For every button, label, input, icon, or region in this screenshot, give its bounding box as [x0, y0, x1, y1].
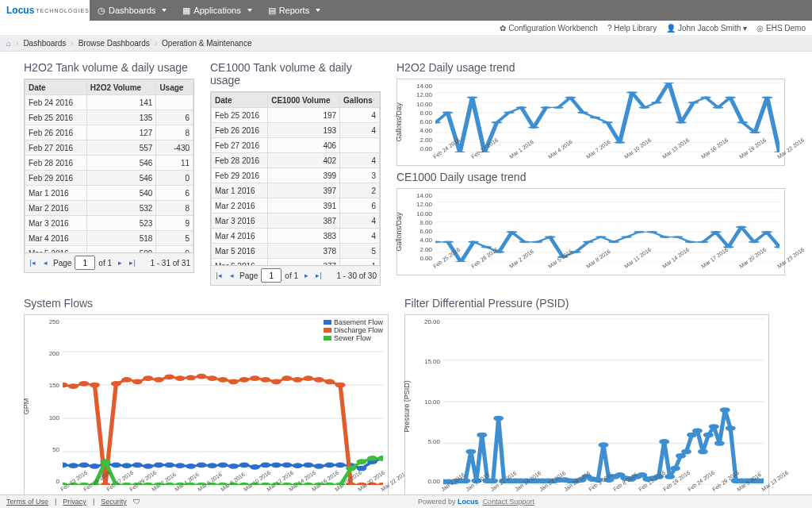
svg-point-111 [68, 383, 79, 389]
table-row[interactable]: Feb 26 20161934 [212, 123, 380, 138]
table-row[interactable]: Feb 24 2016141 [25, 95, 193, 110]
ce1000-trend-title: CE1000 Daily usage trend [396, 171, 785, 183]
table-row[interactable]: Feb 25 20161356 [25, 110, 193, 125]
svg-point-127 [239, 377, 249, 383]
svg-point-33 [737, 121, 749, 124]
table-row[interactable]: Mar 5 20165099 [25, 246, 193, 254]
svg-point-22 [602, 121, 613, 124]
svg-point-94 [218, 462, 228, 468]
table-row[interactable]: Mar 4 20165185 [25, 231, 193, 246]
svg-point-170 [367, 456, 377, 461]
brand-logo[interactable]: LocusTECHNOLOGIES [0, 0, 90, 21]
table-row[interactable]: Mar 1 20163972 [212, 183, 380, 198]
util-user[interactable]: 👤 John Jacob Smith ▾ [666, 24, 747, 33]
table-row[interactable]: Mar 4 20163834 [212, 229, 380, 244]
pager-next-icon[interactable]: ▸ [301, 271, 311, 280]
svg-point-81 [79, 462, 89, 468]
footer-contact[interactable]: Contact Support [483, 498, 534, 506]
crumb-oandm[interactable]: Operation & Maintenance [162, 39, 251, 48]
table-row[interactable]: Mar 2 20163916 [212, 198, 380, 214]
svg-point-53 [532, 241, 543, 243]
svg-point-14 [504, 111, 515, 114]
sysflows-legend: Basement Flow Discharge Flow Sewer Flow [324, 318, 383, 342]
svg-point-24 [626, 91, 638, 94]
nav-reports[interactable]: ▤ Reports [260, 0, 329, 21]
svg-point-16 [528, 126, 539, 129]
nav-dashboards[interactable]: ◷ Dashboards [90, 0, 174, 21]
svg-point-95 [228, 464, 239, 469]
svg-point-8 [435, 121, 441, 124]
table-row[interactable]: Mar 1 20165406 [25, 186, 193, 201]
footer-terms[interactable]: Terms of Use [6, 498, 48, 506]
crumb-browse[interactable]: Browse Dashboards [79, 39, 150, 48]
h2o2-table-title: H2O2 Tank volume & daily usage [24, 61, 194, 74]
pager-prev-icon[interactable]: ◂ [40, 258, 50, 267]
table-row[interactable]: Feb 29 20163993 [212, 168, 380, 183]
ce1000-table-widget: CE1000 Tank volume & daily usage DateCE1… [210, 58, 381, 286]
pager-last-icon[interactable]: ▸| [314, 271, 324, 280]
svg-point-20 [577, 111, 588, 114]
util-demo[interactable]: ◎ EHS Demo [756, 24, 806, 33]
svg-point-47 [455, 261, 466, 262]
table-row[interactable]: Feb 26 20161278 [25, 125, 193, 140]
svg-point-104 [324, 462, 335, 468]
table-row[interactable]: Feb 29 20165460 [25, 171, 193, 186]
footer-privacy[interactable]: Privacy [63, 498, 86, 506]
footer-security[interactable]: Security [101, 498, 127, 506]
table-row[interactable]: Mar 2 20165328 [25, 201, 193, 216]
svg-point-121 [175, 375, 186, 381]
table-row[interactable]: Mar 3 20165239 [25, 216, 193, 231]
table-row[interactable]: Feb 27 2016557-430 [25, 140, 193, 156]
svg-point-31 [713, 106, 724, 109]
svg-point-224 [698, 449, 708, 455]
table-row[interactable]: Mar 5 20163785 [212, 244, 380, 259]
table-row[interactable]: Feb 27 2016406 [212, 138, 380, 153]
breadcrumb: ⌂ › Dashboards › Browse Dashboards › Ope… [0, 35, 812, 52]
psid-chart: Pressure (PSID) 20.0015.0010.005.000.00 … [404, 314, 769, 498]
svg-point-86 [132, 462, 143, 468]
crumb-dashboards[interactable]: Dashboards [23, 39, 66, 48]
svg-point-113 [90, 383, 100, 388]
svg-point-96 [239, 462, 249, 468]
svg-point-54 [545, 236, 556, 238]
svg-point-57 [583, 241, 594, 243]
table-row[interactable]: Mar 3 20163874 [212, 214, 380, 229]
svg-point-48 [468, 241, 479, 243]
pager-page-input[interactable] [75, 256, 95, 270]
svg-point-10 [454, 152, 465, 152]
svg-point-168 [346, 466, 356, 471]
util-help[interactable]: ? Help Library [607, 24, 657, 33]
svg-point-122 [186, 375, 196, 380]
table-row[interactable]: Mar 6 20163771 [212, 259, 380, 267]
svg-point-25 [639, 106, 650, 109]
ce1000-trend-chart: Gallons/Day 14.0012.0010.008.006.004.002… [396, 188, 785, 275]
pager-first-icon[interactable]: |◂ [214, 271, 224, 280]
pager-last-icon[interactable]: ▸| [128, 258, 137, 267]
svg-point-145 [100, 459, 110, 464]
svg-point-93 [207, 463, 217, 468]
table-row[interactable]: Feb 25 20161974 [212, 108, 380, 123]
pager-prev-icon[interactable]: ◂ [227, 271, 236, 280]
pager-first-icon[interactable]: |◂ [28, 258, 37, 267]
nav-applications[interactable]: ▦ Applications [174, 0, 259, 21]
svg-point-92 [197, 462, 207, 468]
svg-point-32 [725, 96, 736, 98]
pager-page-input[interactable] [261, 268, 282, 283]
table-row[interactable]: Feb 28 201654611 [25, 156, 193, 171]
svg-point-221 [681, 449, 691, 455]
svg-point-91 [186, 464, 196, 469]
pager-next-icon[interactable]: ▸ [115, 258, 124, 267]
svg-point-15 [516, 106, 527, 109]
svg-point-182 [465, 449, 476, 455]
svg-point-105 [335, 462, 346, 468]
svg-point-116 [121, 377, 132, 383]
svg-point-52 [519, 241, 530, 243]
svg-point-119 [154, 377, 164, 383]
svg-point-118 [143, 375, 153, 381]
svg-point-169 [357, 459, 367, 464]
table-row[interactable]: Feb 28 20164024 [212, 153, 380, 168]
nav-reports-label: Reports [279, 6, 310, 15]
home-icon[interactable]: ⌂ [6, 39, 11, 48]
svg-point-58 [596, 236, 607, 238]
util-config[interactable]: ✿ Configuration Workbench [500, 24, 597, 33]
